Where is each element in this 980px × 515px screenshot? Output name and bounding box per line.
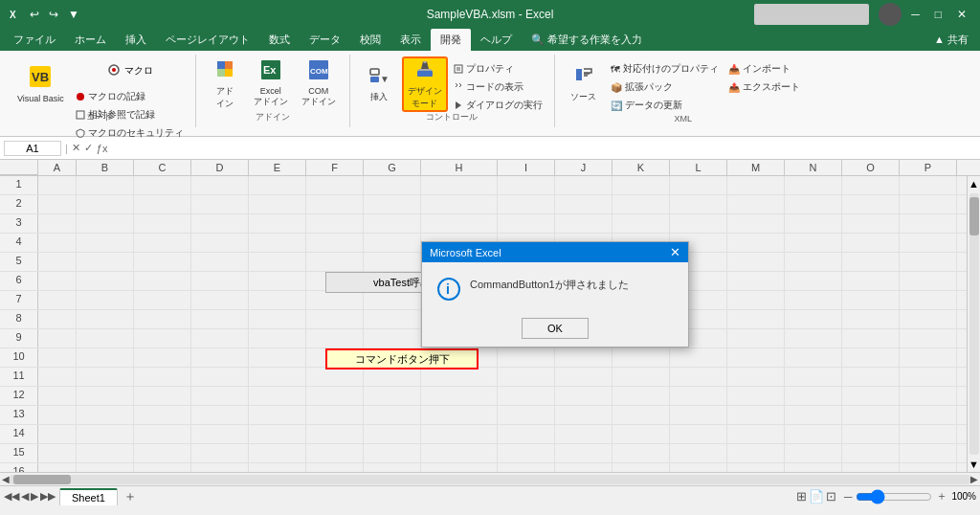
tab-insert[interactable]: 挿入 (116, 29, 156, 51)
modal-overlay: Microsoft Excel ✕ i CommandButton1が押されまし… (0, 160, 980, 485)
ribbon-group-xml: ソース 🗺 対応付けのプロパティ 📦 拡張パック 🔄 データの更新 (555, 55, 812, 127)
svg-marker-24 (456, 101, 461, 109)
insert-control-icon: ▼ (369, 65, 389, 89)
tab-data[interactable]: データ (300, 29, 350, 51)
dialog-ok-button[interactable]: OK (522, 318, 589, 339)
view-icons: ⊞ 📄 ⊡ (796, 489, 836, 504)
source-button[interactable]: ソース (563, 56, 605, 112)
design-mode-icon (415, 59, 434, 83)
record-macro-button[interactable]: マクロの記録 (72, 88, 188, 105)
view-code-button[interactable]: コードの表示 (450, 78, 546, 96)
svg-text:Ex: Ex (263, 64, 277, 76)
source-label: ソース (570, 91, 596, 103)
svg-point-7 (77, 93, 84, 101)
export-button[interactable]: 📤 エクスポート (724, 78, 804, 96)
svg-rect-11 (217, 69, 225, 77)
page-break-view-button[interactable]: ⊡ (826, 489, 836, 504)
svg-rect-12 (225, 69, 233, 77)
minimize-button[interactable]: ─ (905, 6, 925, 23)
tab-file[interactable]: ファイル (4, 29, 65, 51)
dialog-body: i CommandButton1が押されました (422, 262, 688, 310)
export-icon: 📤 (728, 82, 740, 93)
search-box[interactable] (754, 4, 869, 25)
tab-help[interactable]: ヘルプ (471, 29, 522, 51)
com-addin-button[interactable]: COM COMアドイン (296, 56, 342, 112)
macro-security-button[interactable]: マクロのセキュリティ (72, 124, 188, 142)
svg-text:i: i (446, 281, 450, 297)
svg-text:COM: COM (310, 67, 328, 76)
refresh-data-button[interactable]: 🔄 データの更新 (607, 97, 723, 114)
code-icon (454, 82, 463, 92)
excel-addin-button[interactable]: Ex Excelアドイン (248, 56, 294, 112)
title-bar: X ↩ ↪ ▼ SampleVBA.xlsm - Excel ─ □ ✕ (0, 0, 980, 29)
dialog-close-button[interactable]: ✕ (670, 246, 680, 258)
maximize-button[interactable]: □ (929, 6, 947, 23)
macro-label: マクロ (124, 64, 153, 78)
map-properties-button[interactable]: 🗺 対応付けのプロパティ (607, 60, 723, 78)
addin-icon (215, 59, 234, 83)
tab-formulas[interactable]: 数式 (259, 29, 300, 51)
ribbon-group-controls: ▼ 挿入 デザインモード プロパティ (350, 55, 555, 127)
svg-text:VB: VB (32, 70, 49, 84)
macro-button[interactable]: マクロ (72, 56, 188, 84)
excel-addin-label: Excelアドイン (254, 86, 288, 108)
zoom-out-button[interactable]: ─ (844, 490, 853, 504)
design-mode-button[interactable]: デザインモード (402, 56, 448, 112)
addin-group-label: アドイン (256, 111, 290, 123)
window-controls: ─ □ ✕ (754, 3, 972, 26)
sheet-tabs: Sheet1 ＋ (59, 488, 141, 505)
close-button[interactable]: ✕ (951, 6, 972, 23)
formula-separator: | (65, 143, 68, 154)
import-button[interactable]: 📥 インポート (724, 60, 804, 78)
prev-sheet-button[interactable]: ◀ (21, 490, 29, 503)
normal-view-button[interactable]: ⊞ (796, 489, 807, 504)
addin-button[interactable]: アドイン (204, 56, 246, 112)
tab-developer[interactable]: 開発 (431, 29, 471, 51)
svg-point-6 (112, 68, 116, 72)
insert-control-button[interactable]: ▼ 挿入 (358, 56, 400, 112)
formula-icons: ✕ ✓ ƒx (72, 142, 108, 154)
next-sheet-button[interactable]: ▶ (31, 490, 38, 503)
refresh-icon: 🔄 (611, 101, 622, 111)
design-mode-label: デザインモード (408, 85, 442, 110)
visual-basic-button[interactable]: VB Visual Basic (11, 56, 70, 112)
first-sheet-button[interactable]: ◀◀ (4, 490, 19, 503)
confirm-formula-icon[interactable]: ✓ (84, 142, 93, 154)
svg-rect-21 (455, 65, 462, 73)
controls-group-label: コントロール (426, 111, 478, 123)
macro-icon (106, 62, 122, 79)
source-icon (574, 65, 593, 89)
formula-input[interactable] (111, 143, 976, 154)
insert-function-icon[interactable]: ƒx (97, 143, 108, 154)
sheet-tab-sheet1[interactable]: Sheet1 (59, 488, 118, 505)
map-properties-icon: 🗺 (611, 64, 620, 75)
redo-button[interactable]: ↪ (46, 6, 61, 23)
tab-home[interactable]: ホーム (65, 29, 116, 51)
share-button[interactable]: ▲ 共有 (926, 29, 976, 51)
undo-button[interactable]: ↩ (27, 6, 42, 23)
add-sheet-button[interactable]: ＋ (120, 488, 141, 505)
visual-basic-icon: VB (30, 66, 51, 92)
zoom-in-button[interactable]: ＋ (936, 488, 947, 504)
properties-button[interactable]: プロパティ (450, 60, 546, 78)
com-addin-icon: COM (309, 60, 328, 84)
expansion-pack-button[interactable]: 📦 拡張パック (607, 78, 723, 96)
cell-reference-input[interactable] (4, 141, 61, 156)
properties-icon (454, 64, 463, 74)
tab-page-layout[interactable]: ページレイアウト (156, 29, 259, 51)
cancel-formula-icon[interactable]: ✕ (72, 142, 80, 154)
expansion-icon: 📦 (611, 82, 622, 93)
tab-view[interactable]: 表示 (390, 29, 431, 51)
excel-addin-icon: Ex (261, 60, 280, 84)
zoom-slider[interactable] (856, 489, 932, 504)
run-icon (454, 101, 463, 110)
svg-rect-10 (225, 61, 233, 69)
ribbon-tabs: ファイル ホーム 挿入 ページレイアウト 数式 データ 校閲 表示 開発 ヘルプ… (0, 29, 980, 51)
tab-search[interactable]: 🔍 希望する作業を入力 (522, 29, 652, 51)
page-layout-view-button[interactable]: 📄 (809, 489, 824, 504)
insert-control-label: 挿入 (370, 91, 388, 103)
tab-review[interactable]: 校閲 (350, 29, 390, 51)
quick-access-dropdown[interactable]: ▼ (65, 6, 82, 23)
last-sheet-button[interactable]: ▶▶ (40, 490, 56, 503)
quick-access-toolbar: ↩ ↪ ▼ (27, 6, 82, 23)
